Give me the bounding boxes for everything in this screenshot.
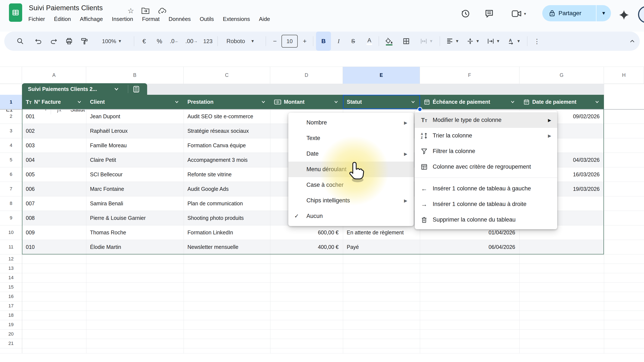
cell-A2[interactable]: 001 bbox=[26, 109, 82, 124]
cell-C6[interactable]: Refonte site vitrine bbox=[188, 167, 266, 182]
cell-A11[interactable]: 010 bbox=[26, 240, 82, 254]
cell-B10[interactable]: Thomas Roche bbox=[90, 225, 179, 240]
increase-decimal-button[interactable]: .00→ bbox=[184, 32, 200, 51]
header-dropdown-icon[interactable] bbox=[510, 100, 516, 105]
cell-B5[interactable]: Claire Petit bbox=[90, 153, 179, 167]
column-menu-item-inserer-1-colonne-de-tableau-a-droite[interactable]: →Insérer 1 colonne de tableau à droite bbox=[415, 196, 557, 212]
column-header-G[interactable]: G bbox=[520, 67, 604, 84]
zoom-select[interactable]: 100%▼ bbox=[96, 32, 128, 51]
row-number-18[interactable]: 18 bbox=[0, 310, 22, 320]
number-format-button[interactable]: 123 bbox=[201, 32, 215, 51]
row-number-9[interactable]: 9 bbox=[0, 211, 22, 225]
undo-button[interactable] bbox=[32, 32, 45, 51]
table-header-G[interactable]: Date de paiement bbox=[523, 95, 595, 109]
cell-A4[interactable]: 003 bbox=[26, 138, 82, 153]
menubar-item-insertion[interactable]: Insertion bbox=[112, 16, 133, 25]
currency-format-button[interactable]: € bbox=[138, 32, 150, 51]
type-menu-item-texte[interactable]: Texte bbox=[288, 130, 414, 146]
row-number-5[interactable]: 5 bbox=[0, 153, 22, 167]
version-history-icon[interactable] bbox=[460, 8, 471, 19]
row-number-12[interactable]: 12 bbox=[0, 254, 22, 264]
column-header-H[interactable]: H bbox=[604, 67, 644, 84]
italic-button[interactable]: I bbox=[333, 32, 344, 51]
cloud-saved-icon[interactable] bbox=[158, 7, 167, 15]
type-menu-item-chips-intelligents[interactable]: Chips intelligents▶ bbox=[288, 193, 414, 208]
meet-video-icon[interactable]: ▾ bbox=[510, 8, 528, 19]
column-menu-item-filtrer-la-colonne[interactable]: Filtrer la colonne bbox=[415, 143, 557, 159]
row-number-1[interactable]: 1 bbox=[0, 95, 22, 109]
menubar-item-outils[interactable]: Outils bbox=[200, 16, 214, 25]
header-dropdown-icon[interactable] bbox=[174, 100, 180, 105]
collapse-toolbar-icon[interactable] bbox=[625, 32, 640, 51]
menubar-item-format[interactable]: Format bbox=[142, 16, 160, 25]
column-menu-item-modifier-le-type-de-colonne[interactable]: TTModifier le type de colonne▶ bbox=[415, 112, 557, 128]
row-number-6[interactable]: 6 bbox=[0, 167, 22, 182]
row-number-7[interactable]: 7 bbox=[0, 182, 22, 196]
search-icon[interactable] bbox=[13, 32, 28, 51]
row-number-3[interactable]: 3 bbox=[0, 124, 22, 138]
cell-B2[interactable]: Jean Dupont bbox=[90, 109, 179, 124]
column-header-A[interactable]: A bbox=[22, 67, 86, 84]
strikethrough-button[interactable]: S bbox=[347, 32, 359, 51]
cell-A7[interactable]: 006 bbox=[26, 182, 82, 196]
cell-B3[interactable]: Raphaël Leroux bbox=[90, 124, 179, 138]
share-button[interactable]: Partager ▼ bbox=[542, 5, 611, 21]
column-header-C[interactable]: C bbox=[184, 67, 270, 84]
paint-format-button[interactable] bbox=[78, 32, 91, 51]
cell-B6[interactable]: SCI Bellecour bbox=[90, 167, 179, 182]
cell-C4[interactable]: Formation Canva équipe bbox=[188, 138, 266, 153]
row-number-4[interactable]: 4 bbox=[0, 138, 22, 153]
menubar-item-affichage[interactable]: Affichage bbox=[80, 16, 103, 25]
text-rotation-button[interactable]: A▼ bbox=[504, 32, 523, 51]
column-menu-item-colonne-avec-critere-de-regroupement[interactable]: Colonne avec critère de regroupement bbox=[415, 159, 557, 175]
cell-B11[interactable]: Élodie Martin bbox=[90, 240, 179, 254]
font-select[interactable]: Roboto▼ bbox=[221, 32, 260, 51]
row-number-2[interactable]: 2 bbox=[0, 109, 22, 124]
column-menu-item-trier-la-colonne[interactable]: AZTrier la colonne▶ bbox=[415, 128, 557, 143]
move-folder-icon[interactable] bbox=[141, 7, 150, 15]
type-menu-item-nombre[interactable]: Nombre▶ bbox=[288, 115, 414, 130]
column-header-E[interactable]: E bbox=[343, 67, 420, 84]
cell-B8[interactable]: Samira Benali bbox=[90, 196, 179, 211]
menubar-item-aide[interactable]: Aide bbox=[259, 16, 270, 25]
font-size-input[interactable]: 10 bbox=[282, 32, 298, 51]
cell-E11[interactable]: Payé bbox=[347, 240, 416, 254]
bold-button[interactable]: B bbox=[316, 32, 331, 51]
comments-icon[interactable] bbox=[484, 8, 495, 19]
type-menu-item-aucun[interactable]: ✓Aucun bbox=[288, 208, 414, 224]
meet-caret-icon[interactable]: ▾ bbox=[524, 11, 526, 16]
cell-C8[interactable]: Plan de communication bbox=[188, 196, 266, 211]
menubar-item-edition[interactable]: Édition bbox=[54, 16, 71, 25]
cell-C10[interactable]: Formation LinkedIn bbox=[188, 225, 266, 240]
table-header-B[interactable]: Client bbox=[90, 95, 175, 109]
document-title[interactable]: Suivi Paiements Clients bbox=[29, 4, 103, 12]
more-options-button[interactable]: ⋮ bbox=[530, 32, 543, 51]
cell-B7[interactable]: Marc Fontaine bbox=[90, 182, 179, 196]
cell-F11[interactable]: 06/04/2026 bbox=[424, 240, 515, 254]
table-header-A[interactable]: TTN° Facture bbox=[26, 95, 77, 109]
percent-format-button[interactable]: % bbox=[154, 32, 166, 51]
column-header-D[interactable]: D bbox=[270, 67, 343, 84]
row-number-15[interactable]: 15 bbox=[0, 282, 22, 292]
type-menu-item-date[interactable]: Date▶ bbox=[288, 146, 414, 162]
row-number-10[interactable]: 10 bbox=[0, 225, 22, 240]
row-number-19[interactable]: 19 bbox=[0, 320, 22, 329]
header-dropdown-icon[interactable] bbox=[594, 100, 600, 105]
menubar-item-fichier[interactable]: Fichier bbox=[28, 16, 45, 25]
increase-font-size-button[interactable]: + bbox=[300, 32, 310, 51]
column-header-B[interactable]: B bbox=[86, 67, 184, 84]
cell-B4[interactable]: Famille Moreau bbox=[90, 138, 179, 153]
cell-A6[interactable]: 005 bbox=[26, 167, 82, 182]
cell-C3[interactable]: Stratégie réseaux sociaux bbox=[188, 124, 266, 138]
menubar-item-extensions[interactable]: Extensions bbox=[223, 16, 250, 25]
table-header-F[interactable]: Échéance de paiement bbox=[424, 95, 510, 109]
grid-corner-box[interactable] bbox=[0, 67, 22, 84]
cell-C2[interactable]: Audit SEO site e-commerce bbox=[188, 109, 266, 124]
row-number-17[interactable]: 17 bbox=[0, 301, 22, 310]
horizontal-scrollbar[interactable] bbox=[0, 353, 644, 362]
menubar-item-donnees[interactable]: Données bbox=[169, 16, 191, 25]
table-header-D[interactable]: Montant bbox=[274, 95, 334, 109]
cell-D10[interactable]: 600,00 € bbox=[274, 225, 339, 240]
cell-A9[interactable]: 008 bbox=[26, 211, 82, 225]
cell-C5[interactable]: Accompagnement 3 mois bbox=[188, 153, 266, 167]
